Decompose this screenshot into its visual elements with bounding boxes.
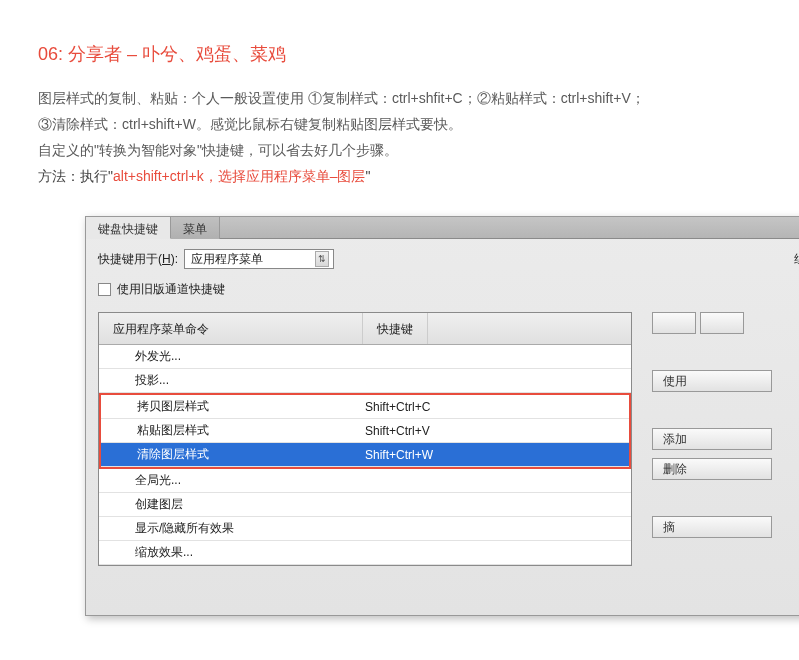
table-row[interactable]: 全局光...: [99, 469, 631, 493]
table-row[interactable]: 粘贴图层样式 Shift+Ctrl+V: [101, 419, 629, 443]
chevron-updown-icon: ⇅: [315, 251, 329, 267]
section-title: 06: 分享者 – 卟兮、鸡蛋、菜鸡: [38, 42, 761, 66]
side-small-button-1[interactable]: [652, 312, 696, 334]
tab-keyboard-shortcuts[interactable]: 键盘快捷键: [86, 217, 171, 239]
table-row[interactable]: 外发光...: [99, 345, 631, 369]
table-row[interactable]: 创建图层: [99, 493, 631, 517]
add-button[interactable]: 添加: [652, 428, 772, 450]
delete-button[interactable]: 删除: [652, 458, 772, 480]
table-row[interactable]: 显示/隐藏所有效果: [99, 517, 631, 541]
shortcut-for-dropdown[interactable]: 应用程序菜单 ⇅: [184, 249, 334, 269]
legacy-channel-checkbox[interactable]: [98, 283, 111, 296]
highlighted-range-box: 拷贝图层样式 Shift+Ctrl+C 粘贴图层样式 Shift+Ctrl+V …: [99, 393, 631, 469]
table-row[interactable]: 拷贝图层样式 Shift+Ctrl+C: [101, 395, 629, 419]
group-label: 组(S):: [794, 251, 799, 268]
shortcut-for-label: 快捷键用于(H):: [98, 251, 178, 268]
side-button-group: 使用 添加 删除 摘: [652, 312, 799, 566]
table-row-selected[interactable]: 清除图层样式 Shift+Ctrl+W: [101, 443, 629, 467]
use-button[interactable]: 使用: [652, 370, 772, 392]
tab-menu[interactable]: 菜单: [171, 217, 220, 239]
legacy-channel-label: 使用旧版通道快捷键: [117, 281, 225, 298]
table-row[interactable]: 投影...: [99, 369, 631, 393]
keyboard-shortcuts-dialog: 键盘快捷键 菜单 快捷键用于(H): 应用程序菜单 ⇅ 组(S): Photos…: [85, 216, 799, 616]
desc-line-4: 方法：执行"alt+shift+ctrl+k，选择应用程序菜单–图层": [38, 164, 761, 188]
column-header-command: 应用程序菜单命令: [99, 313, 363, 344]
desc-line-2: ③清除样式：ctrl+shift+W。感觉比鼠标右键复制粘贴图层样式要快。: [38, 112, 761, 136]
shortcut-table: 应用程序菜单命令 快捷键 外发光... 投影... 拷贝图层样式: [98, 312, 632, 566]
dialog-tabs: 键盘快捷键 菜单: [86, 217, 799, 239]
summary-button[interactable]: 摘: [652, 516, 772, 538]
table-row[interactable]: 缩放效果...: [99, 541, 631, 565]
side-small-button-2[interactable]: [700, 312, 744, 334]
desc-line-3: 自定义的"转换为智能对象"快捷键，可以省去好几个步骤。: [38, 138, 761, 162]
column-header-shortcut: 快捷键: [363, 313, 428, 344]
desc-line-1: 图层样式的复制、粘贴：个人一般设置使用 ①复制样式：ctrl+shfit+C；②…: [38, 86, 761, 110]
